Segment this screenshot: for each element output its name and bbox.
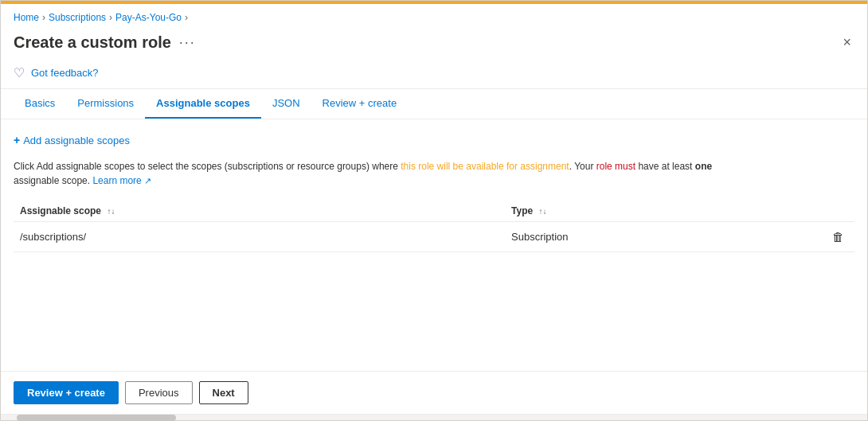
tab-assignable-scopes[interactable]: Assignable scopes (145, 89, 261, 119)
breadcrumb-subscriptions[interactable]: Subscriptions (49, 12, 106, 23)
footer: Review + create Previous Next (1, 371, 867, 414)
table-body: /subscriptions/ Subscription 🗑 (14, 222, 854, 252)
info-highlight-orange: this role will be available for assignme… (401, 161, 569, 172)
col-header-type[interactable]: Type ↑↓ (505, 201, 823, 222)
learn-more-link[interactable]: Learn more (92, 175, 141, 186)
content-area: + Add assignable scopes Click Add assign… (1, 119, 867, 371)
sort-icon-scope[interactable]: ↑↓ (107, 208, 115, 216)
header-left: Create a custom role ··· (14, 33, 196, 52)
info-text-middle: . Your (569, 161, 596, 172)
info-text-before: Click Add assignable scopes to select th… (14, 161, 401, 172)
breadcrumb: Home › Subscriptions › Pay-As-You-Go › (1, 4, 867, 28)
review-create-button[interactable]: Review + create (14, 381, 119, 404)
page-title: Create a custom role (14, 33, 171, 52)
add-assignable-scopes-button[interactable]: + Add assignable scopes (14, 132, 130, 148)
previous-button[interactable]: Previous (125, 381, 193, 404)
add-scopes-label: Add assignable scopes (23, 134, 130, 146)
plus-icon: + (14, 134, 20, 146)
table-row: /subscriptions/ Subscription 🗑 (14, 222, 854, 252)
delete-row-button[interactable]: 🗑 (829, 228, 847, 245)
col-header-actions (823, 201, 854, 222)
sort-icon-type[interactable]: ↑↓ (538, 208, 546, 216)
info-bold-one: one (695, 161, 712, 172)
close-button[interactable]: × (839, 31, 854, 54)
header: Create a custom role ··· × (1, 28, 867, 60)
feedback-bar: ♡ Got feedback? (1, 60, 867, 89)
tab-json[interactable]: JSON (261, 89, 311, 119)
breadcrumb-home[interactable]: Home (14, 12, 39, 23)
action-cell: 🗑 (823, 222, 854, 252)
ellipsis-menu[interactable]: ··· (179, 34, 196, 51)
col-header-scope[interactable]: Assignable scope ↑↓ (14, 201, 505, 222)
heart-icon: ♡ (14, 65, 25, 80)
horizontal-scrollbar[interactable] (1, 414, 867, 420)
type-value: Subscription (505, 222, 823, 252)
breadcrumb-sep-1: › (42, 12, 45, 23)
assignable-scopes-table: Assignable scope ↑↓ Type ↑↓ /subscriptio… (14, 201, 854, 252)
external-link-icon: ↗ (144, 176, 151, 185)
breadcrumb-sep-2: › (109, 12, 112, 23)
next-button[interactable]: Next (199, 381, 248, 404)
scope-value: /subscriptions/ (14, 222, 505, 252)
tabs-bar: Basics Permissions Assignable scopes JSO… (1, 89, 867, 119)
breadcrumb-payg[interactable]: Pay-As-You-Go (115, 12, 182, 23)
tab-permissions[interactable]: Permissions (66, 89, 145, 119)
breadcrumb-sep-3: › (185, 12, 188, 23)
info-highlight-red: role must (596, 161, 635, 172)
info-text-after: have at least (635, 161, 695, 172)
feedback-link[interactable]: Got feedback? (31, 67, 99, 79)
info-text-end: assignable scope. (14, 175, 90, 186)
info-text: Click Add assignable scopes to select th… (14, 159, 730, 188)
main-panel: Home › Subscriptions › Pay-As-You-Go › C… (0, 0, 868, 421)
tab-basics[interactable]: Basics (14, 89, 66, 119)
scrollbar-thumb[interactable] (17, 415, 176, 421)
tab-review-create[interactable]: Review + create (311, 89, 409, 119)
table-header: Assignable scope ↑↓ Type ↑↓ (14, 201, 854, 222)
